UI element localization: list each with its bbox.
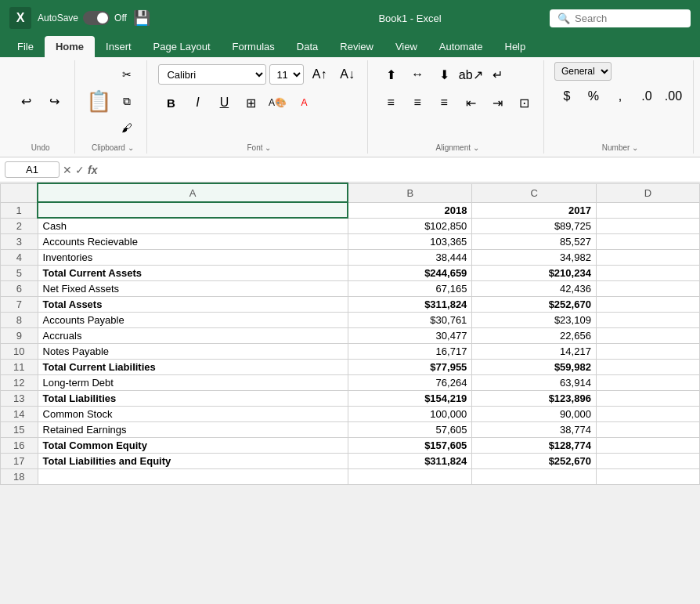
- cell-a9[interactable]: Accruals: [38, 328, 348, 344]
- row-header-15[interactable]: 15: [1, 422, 38, 438]
- search-input[interactable]: [575, 13, 684, 24]
- col-header-c[interactable]: C: [472, 183, 597, 202]
- cell-d16[interactable]: [596, 438, 699, 454]
- cell-d9[interactable]: [596, 328, 699, 344]
- decrease-font-button[interactable]: A↓: [335, 62, 359, 87]
- cell-b13[interactable]: $154,219: [348, 391, 472, 407]
- cell-c1[interactable]: 2017: [472, 202, 597, 218]
- align-bottom-button[interactable]: ⬇: [431, 62, 456, 87]
- cell-c6[interactable]: 42,436: [472, 281, 597, 297]
- row-header-16[interactable]: 16: [1, 438, 38, 454]
- cell-a14[interactable]: Common Stock: [38, 407, 348, 422]
- cell-b11[interactable]: $77,955: [348, 360, 472, 375]
- cell-reference-input[interactable]: [5, 161, 60, 178]
- cell-b12[interactable]: 76,264: [348, 375, 472, 391]
- row-header-13[interactable]: 13: [1, 391, 38, 407]
- cut-button[interactable]: ✂: [114, 62, 139, 87]
- align-center-button[interactable]: ≡: [405, 90, 430, 115]
- cell-d7[interactable]: [596, 297, 699, 313]
- tab-review[interactable]: Review: [329, 36, 384, 57]
- col-header-b[interactable]: B: [348, 183, 472, 202]
- cell-b16[interactable]: $157,605: [348, 438, 472, 454]
- row-header-1[interactable]: 1: [1, 202, 38, 218]
- cell-a13[interactable]: Total Liabilities: [38, 391, 348, 407]
- tab-insert[interactable]: Insert: [95, 36, 143, 57]
- cell-a12[interactable]: Long-term Debt: [38, 375, 348, 391]
- wrap-text-button[interactable]: ↵: [485, 62, 510, 87]
- currency-button[interactable]: $: [554, 84, 579, 109]
- cell-c7[interactable]: $252,670: [472, 297, 597, 313]
- cell-a2[interactable]: Cash: [38, 218, 348, 234]
- cell-b17[interactable]: $311,824: [348, 454, 472, 469]
- row-header-10[interactable]: 10: [1, 344, 38, 360]
- cell-d11[interactable]: [596, 360, 699, 375]
- cell-a6[interactable]: Net Fixed Assets: [38, 281, 348, 297]
- cell-b18[interactable]: [348, 469, 472, 485]
- row-header-7[interactable]: 7: [1, 297, 38, 313]
- row-header-3[interactable]: 3: [1, 234, 38, 250]
- cell-d14[interactable]: [596, 407, 699, 422]
- cell-c15[interactable]: 38,774: [472, 422, 597, 438]
- cell-c2[interactable]: $89,725: [472, 218, 597, 234]
- row-header-12[interactable]: 12: [1, 375, 38, 391]
- tab-home[interactable]: Home: [45, 36, 95, 57]
- cell-a16[interactable]: Total Common Equity: [38, 438, 348, 454]
- font-family-selector[interactable]: Calibri: [158, 64, 266, 85]
- cell-d15[interactable]: [596, 422, 699, 438]
- formula-input[interactable]: [100, 162, 695, 177]
- cell-c18[interactable]: [472, 469, 597, 485]
- cell-b3[interactable]: 103,365: [348, 234, 472, 250]
- cell-b14[interactable]: 100,000: [348, 407, 472, 422]
- fill-color-button[interactable]: A🎨: [265, 90, 290, 115]
- cell-d13[interactable]: [596, 391, 699, 407]
- save-icon[interactable]: 💾: [133, 9, 150, 27]
- cancel-formula-icon[interactable]: ✕: [63, 164, 72, 176]
- row-header-4[interactable]: 4: [1, 250, 38, 266]
- cell-a5[interactable]: Total Current Assets: [38, 266, 348, 281]
- cell-c8[interactable]: $23,109: [472, 313, 597, 328]
- paste-button[interactable]: 📋: [86, 89, 111, 114]
- cell-b8[interactable]: $30,761: [348, 313, 472, 328]
- col-header-d[interactable]: D: [596, 183, 699, 202]
- number-format-selector[interactable]: General: [554, 62, 612, 81]
- align-top-button[interactable]: ⬆: [378, 62, 403, 87]
- align-middle-button[interactable]: ↔: [405, 62, 430, 87]
- insert-function-icon[interactable]: fx: [88, 164, 97, 176]
- cell-c12[interactable]: 63,914: [472, 375, 597, 391]
- cell-a18[interactable]: [38, 469, 348, 485]
- tab-help[interactable]: Help: [494, 36, 537, 57]
- cell-a11[interactable]: Total Current Liabilities: [38, 360, 348, 375]
- align-left-button[interactable]: ≡: [378, 90, 403, 115]
- decrease-decimal-button[interactable]: .0: [634, 84, 659, 109]
- autosave-toggle[interactable]: [83, 11, 110, 25]
- col-header-a[interactable]: A: [38, 183, 348, 202]
- font-size-selector[interactable]: 11: [269, 64, 304, 85]
- cell-c14[interactable]: 90,000: [472, 407, 597, 422]
- cell-a3[interactable]: Accounts Recievable: [38, 234, 348, 250]
- cell-d12[interactable]: [596, 375, 699, 391]
- cell-a4[interactable]: Inventories: [38, 250, 348, 266]
- tab-formulas[interactable]: Formulas: [222, 36, 286, 57]
- row-header-2[interactable]: 2: [1, 218, 38, 234]
- cell-b7[interactable]: $311,824: [348, 297, 472, 313]
- cell-c17[interactable]: $252,670: [472, 454, 597, 469]
- row-header-11[interactable]: 11: [1, 360, 38, 375]
- cell-d17[interactable]: [596, 454, 699, 469]
- cell-d5[interactable]: [596, 266, 699, 281]
- decrease-indent-button[interactable]: ⇤: [458, 90, 483, 115]
- cell-d3[interactable]: [596, 234, 699, 250]
- cell-c16[interactable]: $128,774: [472, 438, 597, 454]
- tab-file[interactable]: File: [6, 36, 45, 57]
- cell-a15[interactable]: Retained Earnings: [38, 422, 348, 438]
- cell-d6[interactable]: [596, 281, 699, 297]
- row-header-9[interactable]: 9: [1, 328, 38, 344]
- confirm-formula-icon[interactable]: ✓: [75, 164, 85, 176]
- cell-d18[interactable]: [596, 469, 699, 485]
- cell-c9[interactable]: 22,656: [472, 328, 597, 344]
- search-box[interactable]: 🔍: [550, 9, 691, 27]
- cell-b6[interactable]: 67,165: [348, 281, 472, 297]
- tab-view[interactable]: View: [384, 36, 428, 57]
- cell-c13[interactable]: $123,896: [472, 391, 597, 407]
- cell-b15[interactable]: 57,605: [348, 422, 472, 438]
- format-painter-button[interactable]: 🖌: [114, 115, 139, 140]
